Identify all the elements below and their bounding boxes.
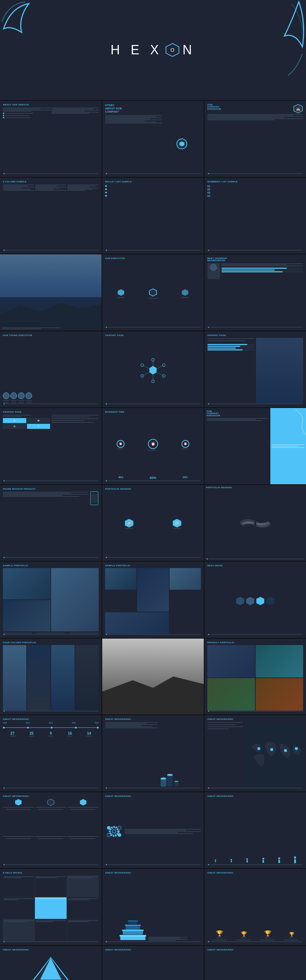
- slide-title: OUR YOUNG EXECUTIVE: [3, 334, 99, 336]
- svg-point-37: [257, 747, 260, 750]
- slide-title: GRAPHIC PAGE: [3, 411, 99, 413]
- slide-title: BUSINESS TIME: [105, 411, 201, 413]
- svg-point-19: [151, 358, 155, 361]
- svg-point-15: [141, 364, 143, 367]
- svg-marker-25: [256, 597, 264, 605]
- slide-company-kingdom-2: OURCOMPANYKINGDOOM: [204, 408, 306, 484]
- svg-marker-41: [15, 799, 22, 805]
- slide-product-portfolio: PRODUCT PORTFOLIO: [204, 639, 306, 715]
- svg-text:O: O: [171, 47, 175, 53]
- slide-title: GREAT INFOGRAPHIC: [3, 949, 99, 951]
- logo-text-n: N: [183, 43, 196, 57]
- slide-title: GREAT INFOGRAPHIC: [207, 872, 303, 874]
- slide-title: STORYABOUT OURCOMPANY: [105, 103, 201, 113]
- slide-sample-portfolio-2: SAMPLE PORTOFLIO: [102, 562, 204, 638]
- slide-bullet-list: BULLET LIST SAMPLE: [102, 178, 204, 254]
- slide-great-info-8: GREAT INFOGRAPHIC 🏆 🏆 🏆 🏆: [204, 869, 306, 945]
- cover-deco-topleft: [0, 0, 47, 47]
- slide-about-service: ABOUT OUR SERVICE: [0, 101, 102, 177]
- svg-point-45: [112, 830, 116, 833]
- svg-point-32: [167, 774, 173, 776]
- slide-photo-1: [0, 255, 102, 331]
- svg-rect-55: [120, 935, 146, 937]
- slide-title: GRAPHIC PAGE: [105, 334, 201, 336]
- slide-title: NUMMERIC LIST SAMPLE: [207, 181, 303, 183]
- slide-great-info-10: GREAT INFOGRAPHIC $1M $2M: [102, 946, 204, 980]
- slide-title: GREAT INFOGRAPHIC: [105, 872, 201, 874]
- slide-great-info-1: GREAT INFOGRAPHIC 2009 2010 2011 2013 20…: [0, 715, 102, 791]
- slide-grid: ABOUT OUR SERVICE: [0, 101, 306, 980]
- svg-point-46: [107, 826, 110, 830]
- slide-numeric-list: NUMMERIC LIST SAMPLE 01 02 03 04: [204, 178, 306, 254]
- slide-great-info-2: GREAT INFOGRAPHIC: [102, 715, 204, 791]
- slide-title: OURCOMPANYKINGDOOM: [207, 410, 268, 417]
- cover-slide: H E X O N: [0, 0, 306, 101]
- slide-title: GREAT INFOGRAPHIC: [3, 718, 99, 720]
- slide-3col: 3 COLUMN SAMPLE: [0, 178, 102, 254]
- slide-story-company: STORYABOUT OURCOMPANY: [102, 101, 204, 177]
- svg-rect-31: [167, 775, 173, 786]
- svg-text:🏰: 🏰: [296, 107, 301, 111]
- slide-title: MEET JHONSONBRANDAWOSD: [207, 257, 303, 262]
- slide-title: PRODUCT PORTFOLIO: [207, 641, 303, 644]
- slide-title: OURCOMPANYKINGDOOM: [207, 103, 292, 110]
- svg-point-49: [118, 833, 121, 837]
- svg-point-39: [284, 749, 287, 752]
- slide-phone-mockup: PHONE MOCKUP PRODUCT: [0, 485, 102, 561]
- svg-marker-23: [236, 597, 244, 605]
- slide-title: ABOUT OUR SERVICE: [3, 103, 99, 106]
- slide-great-info-5: GREAT INFOGRAPHIC: [102, 792, 204, 869]
- slide-title: PORTFOLIO SESSION: [105, 488, 201, 490]
- svg-marker-7: [182, 289, 188, 296]
- slide-graphic-swot: GRAPHIC PAGE S W O T: [0, 408, 102, 484]
- cover-deco-topright: [241, 0, 306, 79]
- slide-graphic-page-2: GRAPHIC PAGE: [204, 331, 306, 407]
- svg-point-21: [254, 521, 256, 523]
- slide-title: PORTFOLIO SESSION: [206, 487, 304, 488]
- slide-great-info-4: GREAT INFOGRAPHIC: [0, 792, 102, 869]
- svg-rect-61: [128, 920, 138, 922]
- svg-point-29: [161, 778, 166, 780]
- svg-rect-59: [125, 924, 141, 926]
- slide-young-executive: OUR YOUNG EXECUTIVE: [0, 331, 102, 407]
- slide-title: FOUR COLUMN PORTOFLIO: [3, 641, 99, 644]
- svg-point-35: [174, 781, 178, 782]
- slide-title: 3 COLUMN SAMPLE: [3, 181, 99, 183]
- svg-marker-14: [150, 366, 156, 374]
- slide-business-time: BUSINESS TIME ⏰ ⏰ ⏰ 40%: [102, 408, 204, 484]
- slide-title: GREAT INFOGRAPHIC: [207, 795, 303, 797]
- svg-point-17: [141, 374, 143, 377]
- logo-text-h: H E X: [110, 43, 163, 57]
- svg-marker-42: [48, 799, 54, 805]
- slide-four-column: FOUR COLUMN PORTOFLIO: [0, 639, 102, 715]
- slide-meet-jhonson: MEET JHONSONBRANDAWOSD: [204, 255, 306, 331]
- slide-great-info-7: GREAT INFOGRAPHIC: [102, 869, 204, 945]
- slide-title: GREAT INFOGRAPHIC: [3, 795, 99, 797]
- slide-title: 9 FIELD MATRIX: [3, 872, 99, 874]
- svg-rect-57: [122, 930, 143, 931]
- svg-point-20: [151, 380, 155, 383]
- slide-hexa-image: HEXA IMAGE: [204, 562, 306, 638]
- svg-marker-43: [80, 799, 86, 805]
- slide-great-info-9: GREAT INFOGRAPHIC: [0, 946, 102, 980]
- slide-portfolio-session-1: PORTFOLIO SESSION 🏠 🏢: [102, 485, 204, 561]
- slide-title: SAMPLE PORTOFLIO: [3, 565, 99, 566]
- svg-marker-24: [246, 597, 254, 605]
- logo-hex-o: O: [165, 43, 180, 57]
- slide-title: HEXA IMAGE: [207, 565, 303, 566]
- svg-point-48: [107, 833, 110, 837]
- slide-title: GREAT INFOGRAPHIC: [105, 795, 201, 797]
- slide-portfolio-session-2: PORTFOLIO SESSION: [204, 485, 306, 561]
- slide-title: GREAT INFOGRAPHIC: [105, 718, 201, 720]
- slide-9field-matrix: 9 FIELD MATRIX: [0, 869, 102, 945]
- slide-bw-photo: [102, 639, 204, 715]
- slide-title: BULLET LIST SAMPLE: [105, 181, 201, 183]
- svg-marker-4: [118, 289, 124, 296]
- slide-our-executive: OUR EXECUTIVE: [102, 255, 204, 331]
- slide-sample-portfolio-1: SAMPLE PORTOFLIO: [0, 562, 102, 638]
- slide-company-kingdom: OURCOMPANYKINGDOOM 🏰: [204, 101, 306, 177]
- slide-graphic-page-1: GRAPHIC PAGE: [102, 331, 204, 407]
- slide-title: GRAPHIC PAGE: [207, 334, 303, 336]
- slide-great-info-6: GREAT INFOGRAPHIC: [204, 792, 306, 869]
- slide-title: GREAT INFOGRAPHIC: [207, 949, 303, 951]
